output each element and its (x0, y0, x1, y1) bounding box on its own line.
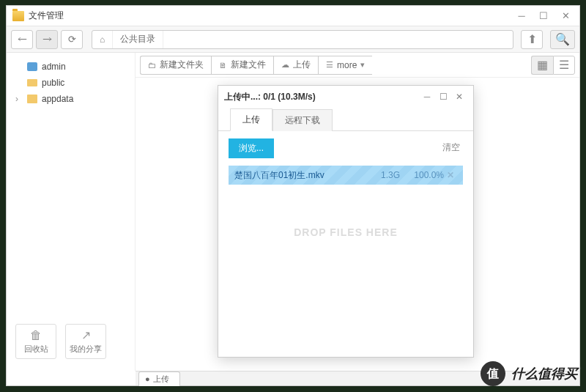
breadcrumb-home[interactable]: ⌂ (92, 31, 113, 48)
dialog-maximize-button[interactable]: ☐ (435, 92, 451, 102)
upload-button[interactable]: ☁上传 (273, 56, 318, 75)
titlebar: 文件管理 ─ ☐ ✕ (7, 6, 579, 26)
upload-dialog: 上传中...: 0/1 (10.3M/s) ─ ☐ ✕ 上传 远程下载 浏览..… (218, 85, 474, 358)
dialog-close-button[interactable]: ✕ (451, 92, 467, 102)
action-toolbar: 🗀新建文件夹 🗎新建文件 ☁上传 ☰more ▾ ▦ ☰ (136, 53, 579, 78)
sidebar-item-public[interactable]: public (10, 75, 132, 91)
folder-icon (12, 11, 24, 21)
list-icon: ☰ (326, 60, 333, 70)
clear-button[interactable]: 清空 (442, 141, 460, 154)
drop-zone-label: DROP FILES HERE (218, 226, 473, 238)
dialog-minimize-button[interactable]: ─ (419, 92, 435, 102)
footer-tab-upload[interactable]: ●上传 (138, 371, 180, 386)
app-window: 文件管理 ─ ☐ ✕ 🡐 🡒 ⟳ ⌂ 公共目录 ⬆ 🔍 admin (6, 5, 580, 386)
sidebar: admin public › appdata 🗑 回收站 (7, 53, 136, 371)
user-icon (27, 62, 37, 71)
dialog-tabs: 上传 远程下载 (218, 108, 473, 131)
upload-row: 楚国八百年01初生.mkv 1.3G 100.0% ✕ (229, 166, 463, 185)
file-plus-icon: 🗎 (219, 61, 227, 70)
tab-remote-download[interactable]: 远程下载 (272, 109, 333, 131)
view-toggle: ▦ ☰ (531, 56, 575, 75)
more-button[interactable]: ☰more ▾ (318, 56, 372, 75)
folder-tree: admin public › appdata (10, 59, 132, 318)
close-button[interactable]: ✕ (555, 9, 576, 23)
sidebar-item-admin[interactable]: admin (10, 59, 132, 75)
new-folder-button[interactable]: 🗀新建文件夹 (140, 56, 211, 75)
remove-upload-button[interactable]: ✕ (444, 170, 457, 180)
watermark: 值 什么值得买 (481, 361, 577, 386)
my-share-button[interactable]: ↗ 我的分享 (65, 324, 106, 359)
watermark-text: 什么值得买 (511, 365, 577, 382)
share-icon: ↗ (81, 328, 91, 342)
minimize-button[interactable]: ─ (511, 9, 533, 23)
upload-filename: 楚国八百年01初生.mkv (234, 169, 363, 182)
window-title: 文件管理 (29, 10, 511, 22)
search-button[interactable]: 🔍 (550, 30, 575, 49)
trash-icon: 🗑 (30, 329, 42, 342)
expand-icon[interactable]: › (15, 94, 23, 104)
up-level-button[interactable]: ⬆ (521, 30, 543, 49)
dialog-titlebar: 上传中...: 0/1 (10.3M/s) ─ ☐ ✕ (218, 86, 473, 108)
upload-icon: ● (145, 374, 150, 383)
folder-icon (27, 95, 37, 103)
watermark-badge: 值 (481, 361, 505, 386)
dialog-title: 上传中...: 0/1 (10.3M/s) (224, 91, 419, 103)
folder-icon (27, 79, 37, 86)
upload-size: 1.3G (363, 170, 400, 180)
sidebar-item-appdata[interactable]: › appdata (10, 91, 132, 107)
chevron-down-icon: ▾ (360, 60, 365, 70)
refresh-button[interactable]: ⟳ (61, 30, 83, 49)
upload-percent: 100.0% (400, 170, 444, 180)
breadcrumb: ⌂ 公共目录 (92, 30, 513, 49)
folder-plus-icon: 🗀 (148, 61, 156, 70)
maximize-button[interactable]: ☐ (533, 9, 555, 23)
recycle-bin-button[interactable]: 🗑 回收站 (15, 324, 56, 359)
forward-button[interactable]: 🡒 (36, 30, 58, 49)
sidebar-item-label: admin (42, 62, 66, 72)
nav-toolbar: 🡐 🡒 ⟳ ⌂ 公共目录 ⬆ 🔍 (7, 26, 579, 53)
grid-view-button[interactable]: ▦ (531, 56, 553, 75)
new-file-button[interactable]: 🗎新建文件 (211, 56, 273, 75)
dialog-body: 浏览... 清空 楚国八百年01初生.mkv 1.3G 100.0% ✕ DRO… (218, 131, 473, 357)
sidebar-item-label: public (42, 78, 64, 88)
breadcrumb-segment[interactable]: 公共目录 (113, 31, 163, 48)
tab-upload[interactable]: 上传 (230, 108, 272, 131)
home-icon: ⌂ (100, 34, 105, 45)
list-view-button[interactable]: ☰ (553, 56, 575, 75)
back-button[interactable]: 🡐 (11, 30, 33, 49)
browse-button[interactable]: 浏览... (229, 138, 274, 158)
sidebar-item-label: appdata (42, 94, 73, 104)
cloud-upload-icon: ☁ (281, 60, 289, 70)
